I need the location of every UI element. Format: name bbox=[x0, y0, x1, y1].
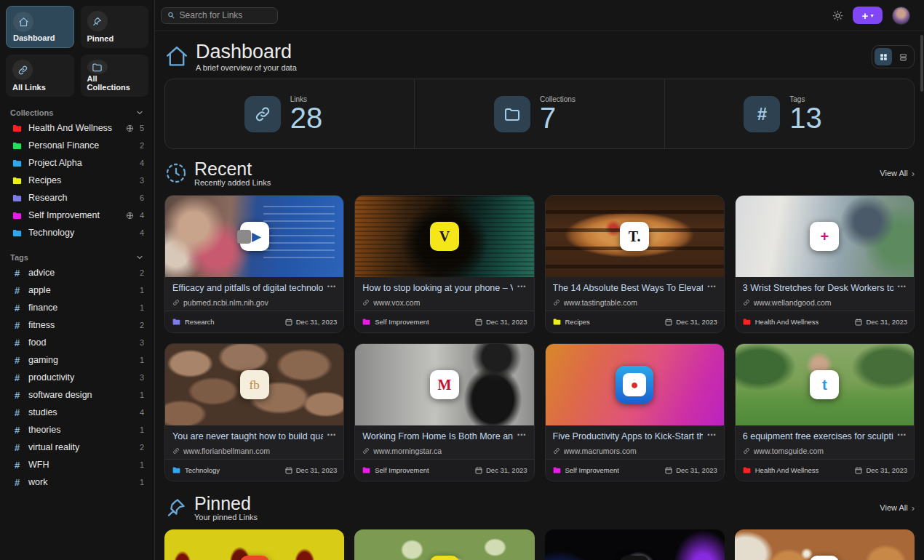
link-card[interactable]: T. The 14 Absolute Best Ways To Elevate … bbox=[545, 195, 725, 333]
sidebar-collection-technology[interactable]: Technology 4 bbox=[6, 224, 148, 241]
chevron-down-icon[interactable] bbox=[135, 253, 144, 262]
calendar-icon bbox=[854, 318, 863, 327]
sidebar-tag-software-design[interactable]: #software design1 bbox=[6, 386, 148, 404]
sidebar-item-all-collections[interactable]: All Collections bbox=[81, 55, 149, 97]
pinned-view-all-link[interactable]: View All › bbox=[880, 503, 915, 513]
folder-icon bbox=[12, 158, 23, 169]
folder-icon bbox=[172, 317, 181, 327]
grid-view-button[interactable] bbox=[875, 48, 892, 65]
pinned-card[interactable] bbox=[354, 529, 534, 560]
chevron-down-icon[interactable] bbox=[135, 108, 144, 117]
link-title[interactable]: 3 Wrist Stretches for Desk Workers to D.… bbox=[743, 283, 893, 293]
link-preview-image[interactable]: + bbox=[736, 196, 914, 277]
search-bar[interactable] bbox=[161, 7, 278, 24]
link-title[interactable]: Efficacy and pitfalls of digital technol… bbox=[172, 283, 323, 293]
scrollbar-thumb[interactable] bbox=[920, 35, 923, 92]
link-title[interactable]: Five Productivity Apps to Kick-Start the… bbox=[553, 431, 704, 441]
more-options-button[interactable]: ••• bbox=[898, 431, 907, 439]
more-options-button[interactable]: ••• bbox=[517, 283, 526, 290]
sidebar-item-dashboard[interactable]: Dashboard bbox=[6, 6, 74, 48]
sidebar-tag-finance[interactable]: #finance1 bbox=[6, 299, 148, 316]
add-new-button[interactable]: + ▾ bbox=[853, 7, 883, 24]
sidebar-tag-gaming[interactable]: #gaming1 bbox=[6, 351, 148, 369]
search-input[interactable] bbox=[180, 10, 271, 20]
link-preview-image[interactable]: fb bbox=[165, 344, 343, 425]
link-url[interactable]: www.macrumors.com bbox=[553, 447, 717, 455]
section-title: Recent bbox=[194, 159, 271, 178]
dashboard-content: Dashboard A brief overview of your data bbox=[155, 31, 924, 560]
collection-chip[interactable]: Technology bbox=[172, 465, 220, 475]
link-title[interactable]: 6 equipment free exercises for sculpting… bbox=[743, 431, 893, 441]
sidebar-tag-advice[interactable]: #advice2 bbox=[6, 264, 148, 281]
folder-icon bbox=[12, 123, 23, 134]
link-url[interactable]: www.vox.com bbox=[362, 298, 526, 307]
sidebar-tag-fitness[interactable]: #fitness2 bbox=[6, 316, 148, 334]
link-card[interactable]: ▶ Efficacy and pitfalls of digital techn… bbox=[164, 195, 344, 333]
more-options-button[interactable]: ••• bbox=[707, 431, 716, 439]
stat-value: 13 bbox=[789, 103, 835, 132]
sidebar-tag-theories[interactable]: #theories1 bbox=[6, 421, 148, 439]
nav-label: Dashboard bbox=[13, 33, 67, 42]
link-preview-image[interactable]: M bbox=[355, 344, 533, 425]
more-options-button[interactable]: ••• bbox=[517, 431, 526, 439]
collection-chip[interactable]: Self Improvement bbox=[552, 465, 619, 475]
link-title[interactable]: Working From Home Is Both More and L... bbox=[362, 431, 513, 441]
sidebar-tag-virtual-reality[interactable]: #virtual reality2 bbox=[6, 439, 148, 456]
theme-toggle-sun-icon[interactable] bbox=[832, 10, 843, 21]
collection-chip[interactable]: Self Improvement bbox=[362, 317, 429, 327]
link-preview-image[interactable]: T. bbox=[546, 196, 724, 277]
collection-chip[interactable]: Health And Wellness bbox=[742, 465, 819, 475]
list-view-button[interactable] bbox=[894, 48, 912, 65]
link-card[interactable]: ● Five Productivity Apps to Kick-Start t… bbox=[545, 343, 725, 481]
link-card[interactable]: V How to stop looking at your phone – Vo… bbox=[354, 195, 534, 333]
sidebar-item-all-links[interactable]: All Links bbox=[6, 55, 74, 97]
sidebar-tag-food[interactable]: #food3 bbox=[6, 334, 148, 351]
sidebar-collection-self-improvement[interactable]: Self Improvement 4 bbox=[6, 207, 148, 224]
collection-chip[interactable]: Recipes bbox=[552, 317, 590, 327]
link-preview-image[interactable]: t bbox=[736, 344, 914, 425]
link-card[interactable]: fb You are never taught how to build qua… bbox=[164, 343, 344, 481]
link-card[interactable]: M Working From Home Is Both More and L..… bbox=[354, 343, 534, 481]
sidebar-tag-work[interactable]: #work1 bbox=[6, 473, 148, 491]
sidebar-tag-productivity[interactable]: #productivity3 bbox=[6, 369, 148, 386]
collection-chip[interactable]: Health And Wellness bbox=[742, 317, 819, 327]
link-card[interactable]: t 6 equipment free exercises for sculpti… bbox=[735, 343, 915, 481]
link-preview-image[interactable]: ● bbox=[546, 344, 724, 425]
sidebar-collection-recipes[interactable]: Recipes 3 bbox=[6, 172, 148, 189]
link-url[interactable]: pubmed.ncbi.nlm.nih.gov bbox=[172, 298, 336, 307]
link-title[interactable]: The 14 Absolute Best Ways To Elevate Fr.… bbox=[553, 283, 704, 293]
link-title[interactable]: You are never taught how to build qualit… bbox=[172, 431, 323, 441]
pinned-card[interactable] bbox=[545, 529, 725, 560]
sidebar-collection-personal-finance[interactable]: Personal Finance 2 bbox=[6, 137, 148, 154]
link-icon bbox=[172, 299, 180, 306]
sidebar-collection-research[interactable]: Research 6 bbox=[6, 189, 148, 207]
link-title[interactable]: How to stop looking at your phone – Vox bbox=[362, 283, 513, 293]
collection-chip[interactable]: Research bbox=[172, 317, 215, 327]
link-card[interactable]: + 3 Wrist Stretches for Desk Workers to … bbox=[735, 195, 915, 333]
avatar[interactable] bbox=[892, 7, 910, 25]
collections-list: Health And Wellness 5 Personal Finance 2… bbox=[6, 119, 148, 241]
sidebar-tag-wfh[interactable]: #WFH1 bbox=[6, 456, 148, 473]
sidebar-collection-project-alpha[interactable]: Project Alpha 4 bbox=[6, 154, 148, 172]
link-url[interactable]: www.tastingtable.com bbox=[553, 298, 717, 307]
pinned-card[interactable] bbox=[164, 529, 344, 560]
link-preview-image[interactable]: ▶ bbox=[165, 196, 343, 277]
more-options-button[interactable]: ••• bbox=[707, 283, 716, 290]
more-options-button[interactable]: ••• bbox=[327, 431, 336, 439]
folder-icon bbox=[12, 140, 23, 151]
link-url[interactable]: www.wellandgood.com bbox=[743, 298, 907, 307]
sidebar-item-pinned[interactable]: Pinned bbox=[81, 6, 149, 48]
link-url[interactable]: www.florianbellmann.com bbox=[172, 447, 336, 455]
more-options-button[interactable]: ••• bbox=[898, 283, 907, 290]
calendar-icon bbox=[854, 466, 863, 475]
link-url[interactable]: www.morningstar.ca bbox=[362, 447, 526, 455]
sidebar-collection-health-and-wellness[interactable]: Health And Wellness 5 bbox=[6, 119, 148, 137]
sidebar-tag-apple[interactable]: #apple1 bbox=[6, 281, 148, 299]
collection-chip[interactable]: Self Improvement bbox=[362, 465, 429, 475]
link-url[interactable]: www.tomsguide.com bbox=[743, 447, 907, 455]
link-preview-image[interactable]: V bbox=[355, 196, 533, 277]
more-options-button[interactable]: ••• bbox=[327, 283, 336, 290]
pinned-card[interactable] bbox=[735, 529, 915, 560]
recent-view-all-link[interactable]: View All › bbox=[880, 168, 915, 179]
sidebar-tag-studies[interactable]: #studies4 bbox=[6, 404, 148, 421]
